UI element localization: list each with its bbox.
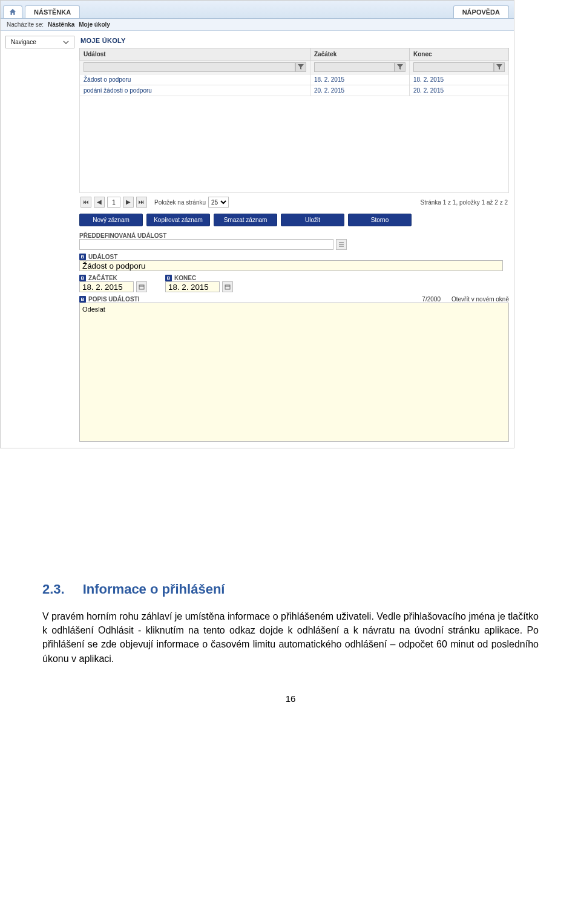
filter-zacatek[interactable] (314, 62, 395, 72)
chevron-down-icon (63, 39, 69, 45)
page-number: 16 (0, 693, 581, 716)
doc-heading: 2.3.Informace o přihlášení (42, 582, 539, 597)
copy-record-button[interactable]: Kopírovat záznam (146, 214, 210, 226)
required-icon: B (79, 254, 86, 260)
cell-konec: 20. 2. 2015 (410, 85, 509, 96)
pager-items-select[interactable]: 25 (208, 197, 229, 208)
pager-page[interactable] (107, 197, 120, 208)
table-empty-space (80, 96, 509, 193)
heading-number: 2.3. (42, 582, 65, 597)
cell-zacatek: 20. 2. 2015 (310, 85, 410, 96)
col-udalost[interactable]: Událost (80, 48, 310, 61)
svg-rect-0 (139, 285, 144, 289)
svg-rect-1 (225, 285, 230, 289)
event-input[interactable] (79, 260, 503, 271)
cell-zacatek: 18. 2. 2015 (310, 74, 410, 85)
breadcrumb-prefix: Nacházíte se: (7, 21, 44, 28)
tasks-table: Událost Začátek Konec Žádost o podporu 1… (79, 48, 509, 193)
required-icon: B (79, 275, 86, 281)
filter-konec[interactable] (413, 62, 494, 72)
label-udalost: UDÁLOST (88, 254, 117, 260)
table-row[interactable]: Žádost o podporu 18. 2. 2015 18. 2. 2015 (80, 74, 509, 85)
breadcrumb: Nacházíte se: Nástěnka Moje úkoly (1, 19, 514, 31)
start-date-input[interactable] (79, 281, 134, 292)
pager-summary: Stránka 1 z 1, položky 1 až 2 z 2 (420, 199, 508, 206)
end-date-input[interactable] (165, 281, 220, 292)
cell-konec: 18. 2. 2015 (410, 74, 509, 85)
description-textarea[interactable]: Odeslat (79, 303, 509, 442)
label-preddefinovana: PŘEDDEFINOVANÁ UDÁLOST (79, 232, 166, 239)
pager-first[interactable]: ⏮ (80, 197, 91, 208)
tab-napoveda[interactable]: NÁPOVĚDA (453, 5, 509, 18)
pager: ⏮ ◀ ▶ ⏭ Položek na stránku 25 Stránka 1 … (79, 193, 509, 211)
filter-icon[interactable] (494, 62, 505, 72)
filter-icon[interactable] (395, 62, 405, 72)
filter-icon[interactable] (295, 62, 306, 72)
new-record-button[interactable]: Nový záznam (79, 214, 143, 226)
pager-last[interactable]: ⏭ (136, 197, 147, 208)
navigation-toggle[interactable]: Navigace (5, 36, 74, 48)
cell-udalost: podání žádosti o podporu (80, 85, 310, 96)
required-icon: B (79, 296, 86, 303)
pager-items-label: Položek na stránku (154, 199, 206, 206)
breadcrumb-item-1[interactable]: Nástěnka (48, 21, 74, 28)
doc-paragraph: V pravém horním rohu záhlaví je umístěna… (42, 609, 539, 666)
table-row[interactable]: podání žádosti o podporu 20. 2. 2015 20.… (80, 85, 509, 96)
required-icon: B (165, 275, 172, 281)
delete-record-button[interactable]: Smazat záznam (214, 214, 277, 226)
predefined-event-input[interactable] (79, 239, 333, 250)
label-zacatek: ZAČÁTEK (88, 275, 117, 281)
filter-udalost[interactable] (84, 62, 295, 72)
pager-next[interactable]: ▶ (123, 197, 134, 208)
cell-udalost: Žádost o podporu (80, 74, 310, 85)
section-title: MOJE ÚKOLY (79, 36, 509, 48)
col-zacatek[interactable]: Začátek (310, 48, 410, 61)
cancel-button[interactable]: Storno (348, 214, 412, 226)
pager-prev[interactable]: ◀ (94, 197, 105, 208)
char-counter: 7/2000 (422, 296, 441, 303)
calendar-icon[interactable] (222, 281, 233, 292)
list-picker-icon[interactable] (336, 239, 347, 250)
breadcrumb-item-2[interactable]: Moje úkoly (79, 21, 110, 28)
calendar-icon[interactable] (136, 281, 147, 292)
label-popis: POPIS UDÁLOSTI (88, 296, 139, 303)
navigation-label: Navigace (11, 39, 36, 45)
label-konec: KONEC (174, 275, 196, 281)
col-konec[interactable]: Konec (410, 48, 509, 61)
tab-nastenka[interactable]: NÁSTĚNKA (25, 5, 80, 18)
open-new-window-link[interactable]: Otevřít v novém okně (451, 296, 509, 303)
heading-text: Informace o přihlášení (83, 582, 225, 597)
home-tab[interactable] (3, 5, 22, 18)
save-button[interactable]: Uložit (281, 214, 344, 226)
